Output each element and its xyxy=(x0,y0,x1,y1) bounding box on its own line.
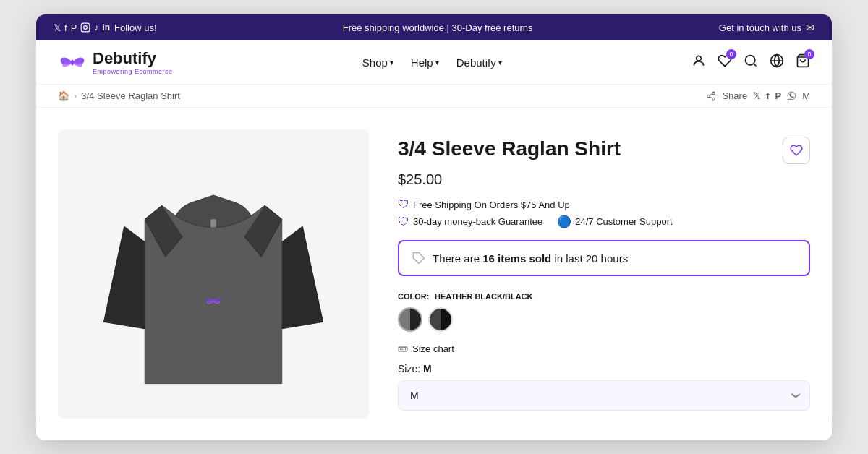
social-icons: 𝕏 f P ♪ in xyxy=(54,22,110,33)
email-icon: ✉ xyxy=(806,22,814,33)
ruler-icon xyxy=(398,344,408,354)
size-select[interactable]: XS S M L XL 2XL xyxy=(398,380,810,411)
facebook-icon[interactable]: f xyxy=(64,22,67,33)
search-icon xyxy=(744,53,758,68)
color-label: Color: HEATHER BLACK/BLACK xyxy=(398,291,810,301)
money-back-icon: 🛡 xyxy=(398,215,409,228)
svg-line-13 xyxy=(710,96,712,98)
top-bar: 𝕏 f P ♪ in Follow us! Free shipping worl… xyxy=(36,14,832,40)
help-chevron-icon: ▾ xyxy=(435,59,439,67)
support-badge: 🔵 24/7 Customer Support xyxy=(557,215,672,228)
cart-button[interactable]: 0 xyxy=(796,53,810,72)
pinterest-icon[interactable]: P xyxy=(71,22,77,33)
color-value: HEATHER BLACK/BLACK xyxy=(435,292,532,301)
product-details: 3/4 Sleeve Raglan Shirt $25.00 🛡 Free Sh… xyxy=(398,129,810,419)
wishlist-badge: 0 xyxy=(726,49,736,59)
nav: Debutify Empowering Ecommerce Shop ▾ Hel… xyxy=(36,40,832,85)
breadcrumb-share: Share 𝕏 f P M xyxy=(706,90,810,101)
pinterest-share-icon[interactable]: P xyxy=(775,90,781,101)
color-swatches xyxy=(398,307,810,332)
wishlist-product-button[interactable] xyxy=(783,137,810,164)
browser-window: 𝕏 f P ♪ in Follow us! Free shipping worl… xyxy=(36,14,832,440)
logo-text: Debutify Empowering Ecommerce xyxy=(93,49,173,75)
nav-debutify[interactable]: Debutify ▾ xyxy=(456,56,502,69)
size-chart-row[interactable]: Size chart xyxy=(398,343,810,354)
breadcrumb-left: 🏠 › 3/4 Sleeve Raglan Shirt xyxy=(58,90,180,101)
debutify-chevron-icon: ▾ xyxy=(498,59,502,67)
nav-shop[interactable]: Shop ▾ xyxy=(362,56,393,69)
money-back-badge: 🛡 30-day money-back Guarantee xyxy=(398,215,542,228)
svg-point-5 xyxy=(745,55,754,64)
account-button[interactable] xyxy=(692,53,706,72)
share-icon xyxy=(706,91,716,101)
free-shipping-badge: 🛡 Free Shipping On Orders $75 And Up xyxy=(398,198,810,211)
account-icon xyxy=(692,53,706,68)
product-badges: 🛡 Free Shipping On Orders $75 And Up 🛡 3… xyxy=(398,198,810,228)
product-price: $25.00 xyxy=(398,171,810,188)
language-button[interactable] xyxy=(770,53,784,72)
home-icon[interactable]: 🏠 xyxy=(58,90,69,101)
follow-label: Follow us! xyxy=(114,22,157,33)
color-section: Color: HEATHER BLACK/BLACK xyxy=(398,291,810,332)
color-swatch-1[interactable] xyxy=(398,307,422,332)
shipping-text: Free shipping worldwide | 30-Day free re… xyxy=(343,22,533,33)
logo[interactable]: Debutify Empowering Ecommerce xyxy=(58,49,173,75)
heart-product-icon xyxy=(790,144,803,157)
support-icon: 🔵 xyxy=(557,215,571,228)
color-swatch-2[interactable] xyxy=(428,307,453,332)
main-content: 3/4 Sleeve Raglan Shirt $25.00 🛡 Free Sh… xyxy=(36,108,832,440)
contact-text: Get in touch with us xyxy=(719,22,801,33)
top-bar-center: Free shipping worldwide | 30-Day free re… xyxy=(343,22,533,33)
top-bar-left: 𝕏 f P ♪ in Follow us! xyxy=(54,22,157,33)
svg-point-3 xyxy=(71,59,73,65)
svg-line-14 xyxy=(710,93,712,95)
svg-point-4 xyxy=(697,56,702,61)
svg-point-10 xyxy=(712,92,715,95)
breadcrumb-separator: › xyxy=(74,90,77,101)
linkedin-icon[interactable]: in xyxy=(102,22,110,33)
svg-rect-0 xyxy=(81,23,90,32)
size-value: M xyxy=(423,363,432,374)
svg-point-12 xyxy=(712,98,715,100)
size-section: Size: M XS S M L XL 2XL xyxy=(398,363,810,411)
cart-badge: 0 xyxy=(804,49,814,59)
tag-icon xyxy=(412,252,425,265)
twitter-share-icon[interactable]: 𝕏 xyxy=(753,90,760,101)
sold-count: 16 items sold xyxy=(482,252,551,265)
whatsapp-share-icon[interactable] xyxy=(787,91,796,100)
breadcrumb-current: 3/4 Sleeve Raglan Shirt xyxy=(81,90,180,101)
wishlist-button[interactable]: 0 xyxy=(718,53,732,72)
instagram-icon[interactable] xyxy=(80,22,90,33)
shield-check-icon: 🛡 xyxy=(398,198,409,211)
svg-point-1 xyxy=(84,26,88,30)
svg-point-11 xyxy=(707,95,710,98)
product-image xyxy=(98,144,329,404)
tiktok-icon[interactable]: ♪ xyxy=(94,22,98,33)
nav-icons: 0 0 xyxy=(692,53,810,72)
mail-share-icon[interactable]: M xyxy=(802,90,810,101)
size-select-wrapper: XS S M L XL 2XL xyxy=(398,380,810,411)
product-title-row: 3/4 Sleeve Raglan Shirt xyxy=(398,137,810,164)
svg-point-2 xyxy=(88,25,88,25)
product-title: 3/4 Sleeve Raglan Shirt xyxy=(398,137,621,161)
search-button[interactable] xyxy=(744,53,758,72)
sold-text: There are 16 items sold in last 20 hours xyxy=(433,252,628,265)
logo-name: Debutify xyxy=(93,49,173,68)
twitter-icon[interactable]: 𝕏 xyxy=(54,22,61,33)
svg-rect-15 xyxy=(210,219,216,227)
svg-line-6 xyxy=(754,63,757,66)
sold-counter: There are 16 items sold in last 20 hours xyxy=(398,240,810,276)
size-label: Size: M xyxy=(398,363,810,374)
butterfly-logo-icon xyxy=(58,50,87,75)
size-chart-label: Size chart xyxy=(412,343,454,354)
nav-help[interactable]: Help ▾ xyxy=(411,56,439,69)
facebook-share-icon[interactable]: f xyxy=(766,90,769,101)
shop-chevron-icon: ▾ xyxy=(390,59,393,67)
breadcrumb: 🏠 › 3/4 Sleeve Raglan Shirt Share 𝕏 f P … xyxy=(36,85,832,108)
globe-icon xyxy=(770,53,784,68)
product-image-container xyxy=(58,129,369,419)
guarantee-badges: 🛡 30-day money-back Guarantee 🔵 24/7 Cus… xyxy=(398,215,810,228)
share-label[interactable]: Share xyxy=(722,90,747,101)
top-bar-right: Get in touch with us ✉ xyxy=(719,22,814,33)
nav-links: Shop ▾ Help ▾ Debutify ▾ xyxy=(362,56,502,69)
